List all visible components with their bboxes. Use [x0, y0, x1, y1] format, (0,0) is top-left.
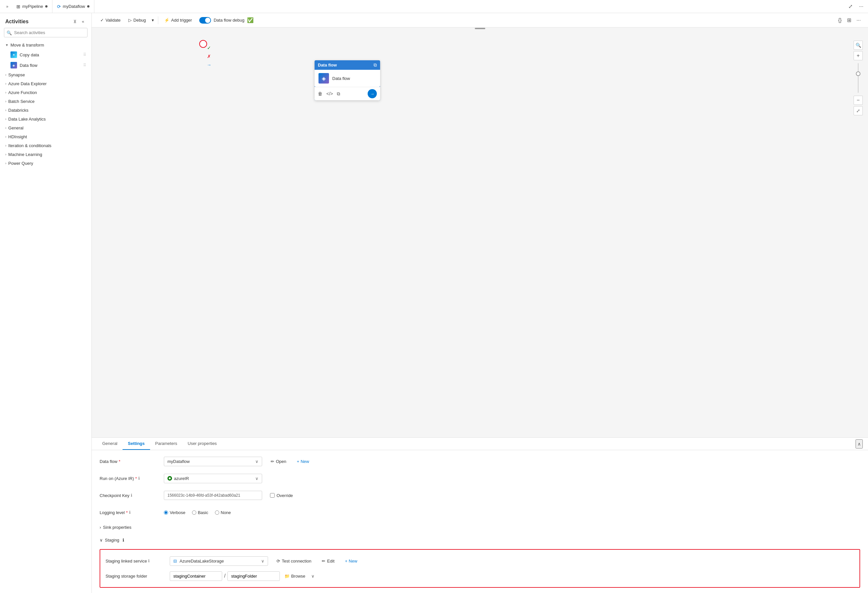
dataflow-open-btn[interactable]: ✏ Open	[267, 457, 290, 466]
activity-copy-data-label: Copy data	[20, 52, 39, 58]
more-options-btn[interactable]: ···	[857, 2, 865, 11]
logging-basic-radio[interactable]	[192, 510, 196, 515]
section-machine-learning[interactable]: › Machine Learning	[0, 150, 92, 159]
tab-user-properties[interactable]: User properties	[183, 438, 222, 450]
collapse-panel-btn[interactable]: ∧	[856, 440, 863, 448]
staging-new-label: New	[348, 559, 357, 563]
activity-copy-data[interactable]: ✦ Copy data ⠿	[0, 49, 92, 60]
zoom-out-btn[interactable]: −	[853, 96, 863, 105]
sidebar-collapse-btn[interactable]: ⊻	[71, 18, 79, 25]
logging-verbose-radio[interactable]	[164, 510, 168, 515]
bottom-panel: General Settings Parameters User propert…	[92, 437, 868, 593]
copy-data-icon: ✦	[10, 52, 17, 58]
validate-btn[interactable]: ✓ Validate	[97, 16, 124, 24]
section-data-lake-analytics[interactable]: › Data Lake Analytics	[0, 115, 92, 124]
node-fail-btn[interactable]: ✗	[205, 52, 213, 60]
logging-info-icon[interactable]: ℹ	[129, 510, 131, 515]
run-on-dropdown[interactable]: azureIR ∨	[164, 474, 262, 483]
section-general[interactable]: › General	[0, 124, 92, 132]
zoom-fit-btn[interactable]: ⤢	[853, 106, 863, 115]
code-icon[interactable]: </>	[326, 91, 333, 96]
staging-linked-info-icon[interactable]: ℹ	[148, 559, 150, 563]
zoom-slider[interactable]	[858, 62, 859, 94]
dataflow-dropdown[interactable]: myDataflow ∨	[164, 457, 262, 466]
node-header: Data flow ⧉	[314, 60, 380, 70]
tab-pipeline[interactable]: ⊞ myPipeline	[12, 0, 52, 13]
plus-icon: +	[297, 459, 300, 464]
edit-icon: ✏	[322, 559, 325, 563]
staging-folder-input[interactable]	[227, 571, 280, 581]
section-hdinsight[interactable]: › HDInsight	[0, 132, 92, 141]
chevron-icon: ▼	[5, 43, 9, 47]
section-power-query[interactable]: › Power Query	[0, 159, 92, 168]
staging-new-btn[interactable]: + New	[342, 557, 361, 565]
dataflow-new-btn[interactable]: + New	[294, 457, 313, 466]
logging-none-option[interactable]: None	[215, 510, 231, 515]
toolbar-right: {} ⊞ ···	[836, 16, 863, 25]
collapse-sidebar-btn[interactable]: »	[3, 2, 12, 11]
section-move-transform[interactable]: ▼ Move & transform	[0, 41, 92, 49]
dataflow-actions: ✏ Open + New	[267, 457, 312, 466]
delete-icon[interactable]: 🗑	[318, 91, 322, 96]
section-iteration[interactable]: › Iteration & conditionals	[0, 141, 92, 150]
tab-dataflow[interactable]: ⟳ myDataflow	[52, 0, 94, 13]
tab-general[interactable]: General	[97, 438, 123, 450]
clone-icon[interactable]: ⧉	[337, 91, 340, 97]
json-view-btn[interactable]: {}	[836, 16, 844, 25]
checkpoint-input[interactable]	[164, 491, 262, 500]
sidebar-title: Activities	[5, 19, 28, 25]
chevron-hdi: ›	[5, 135, 6, 139]
staging-header-row[interactable]: ∨ Staging ℹ	[100, 536, 860, 544]
node-success-btn[interactable]: ✓	[205, 44, 213, 52]
more-toolbar-btn[interactable]: ···	[855, 16, 863, 25]
section-bs-label: Batch Service	[8, 99, 34, 104]
chevron-gen: ›	[5, 126, 6, 130]
canvas-drag-handle[interactable]	[92, 28, 868, 30]
sidebar-hide-btn[interactable]: «	[80, 18, 86, 25]
staging-test-connection-btn[interactable]: ⟳ Test connection	[273, 557, 314, 565]
checkpoint-info-icon[interactable]: ℹ	[131, 493, 132, 498]
zoom-thumb[interactable]	[856, 71, 861, 76]
expand-icon-btn[interactable]: ⤢	[846, 2, 855, 11]
logging-basic-option[interactable]: Basic	[192, 510, 208, 515]
staging-edit-btn[interactable]: ✏ Edit	[319, 557, 338, 565]
node-complete-btn[interactable]: →	[205, 61, 213, 69]
staging-expand-btn[interactable]: ∨	[310, 572, 316, 580]
tab-bar: » ⊞ myPipeline ⟳ myDataflow ⤢ ···	[0, 0, 868, 13]
canvas-area[interactable]: Data flow ⧉ ◈ Data flow 🗑 </> ⧉ →	[92, 28, 868, 437]
add-trigger-btn[interactable]: ⚡ Add trigger	[161, 16, 195, 24]
tab-parameters[interactable]: Parameters	[150, 438, 183, 450]
run-on-info-icon[interactable]: ℹ	[138, 476, 140, 481]
staging-info-icon[interactable]: ℹ	[123, 538, 124, 543]
logging-none-radio[interactable]	[215, 510, 219, 515]
override-checkbox[interactable]	[270, 493, 275, 498]
section-synapse[interactable]: › Synapse	[0, 71, 92, 79]
staging-container-input[interactable]	[170, 571, 222, 581]
dataflow-node[interactable]: Data flow ⧉ ◈ Data flow 🗑 </> ⧉ →	[314, 60, 380, 100]
staging-linked-actions: ⟳ Test connection ✏ Edit + New	[273, 557, 360, 565]
tab-settings[interactable]: Settings	[123, 438, 150, 450]
zoom-search-btn[interactable]: 🔍	[853, 41, 863, 50]
debug-dropdown-btn[interactable]: ▾	[151, 16, 155, 24]
staging-chevron: ∨	[100, 538, 103, 543]
logging-verbose-label: Verbose	[170, 510, 186, 515]
section-databricks[interactable]: › Databricks	[0, 106, 92, 115]
debug-play-icon: ▷	[128, 18, 132, 23]
section-batch-service[interactable]: › Batch Service	[0, 97, 92, 106]
node-go-btn[interactable]: →	[368, 89, 377, 98]
logging-verbose-option[interactable]: Verbose	[164, 510, 186, 515]
debug-btn[interactable]: ▷ Debug	[125, 16, 149, 24]
activity-data-flow-label: Data flow	[20, 63, 37, 68]
node-open-btn[interactable]: ⧉	[373, 62, 377, 68]
staging-linked-service-dropdown[interactable]: ⊟ AzureDataLakeStorage ∨	[170, 556, 268, 566]
debug-toggle[interactable]	[199, 17, 211, 24]
section-azure-data-explorer[interactable]: › Azure Data Explorer	[0, 79, 92, 88]
zoom-in-btn[interactable]: +	[853, 51, 863, 60]
section-af-label: Azure Function	[8, 90, 37, 95]
table-view-btn[interactable]: ⊞	[845, 16, 853, 25]
search-input[interactable]	[4, 28, 87, 37]
sink-properties-row[interactable]: › Sink properties	[100, 524, 860, 531]
activity-data-flow[interactable]: ◈ Data flow ⠿	[0, 60, 92, 71]
staging-browse-btn[interactable]: 📁 Browse	[282, 572, 308, 580]
section-azure-function[interactable]: › Azure Function	[0, 88, 92, 97]
